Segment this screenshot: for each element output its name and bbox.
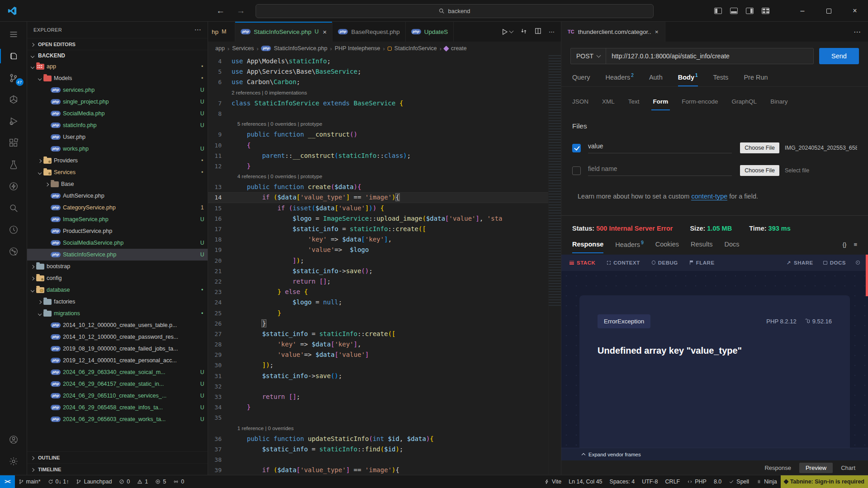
- status-language-mode[interactable]: PHP: [683, 475, 710, 488]
- content-type-link[interactable]: content-type: [691, 193, 727, 200]
- request-tab-headers[interactable]: Headers2: [606, 73, 634, 82]
- nav-forward-button[interactable]: →: [237, 6, 245, 16]
- view-switch-chart[interactable]: Chart: [835, 463, 862, 473]
- tree-file-user-php[interactable]: phpUser.php: [27, 131, 208, 143]
- tree-folder-providers[interactable]: Providers•: [27, 155, 208, 166]
- tree-file-2024-06-29-065458-create-infos-ta[interactable]: php2024_06_29_065458_create_infos_ta...U: [27, 402, 208, 413]
- breadcrumb-item-app[interactable]: app: [215, 45, 225, 52]
- body-type-tab-binary[interactable]: Binary: [770, 98, 787, 105]
- status-php-version[interactable]: 8.0: [710, 475, 725, 488]
- breadcrumb-item-staticinfoservice-php[interactable]: StaticInfoService.php: [274, 45, 327, 52]
- status-git-sync[interactable]: 0↓ 1↑: [44, 475, 73, 488]
- response-tab-docs[interactable]: Docs: [724, 241, 739, 249]
- tree-file-authservice-php[interactable]: phpAuthService.php: [27, 190, 208, 202]
- split-editor-icon[interactable]: [535, 28, 541, 36]
- status-launchpad[interactable]: Launchpad: [72, 475, 115, 488]
- request-tab-body[interactable]: Body1: [678, 73, 698, 82]
- tree-folder-models[interactable]: Models•: [27, 72, 208, 84]
- filter-lines-icon[interactable]: ≡: [854, 241, 857, 248]
- tree-file-2024-06-29-063340-create-soical-m[interactable]: php2024_06_29_063340_create_soical_m...U: [27, 366, 208, 378]
- sidebar-item-profile-runner[interactable]: [0, 219, 27, 241]
- response-tab-cookies[interactable]: Cookies: [655, 241, 679, 249]
- tree-file-single-project-php[interactable]: phpsingle_project.phpU: [27, 96, 208, 108]
- tree-file-2024-06-29-064157-create-static-in[interactable]: php2024_06_29_064157_create_static_in...…: [27, 378, 208, 390]
- minimize-button[interactable]: –: [789, 0, 816, 22]
- status-errors[interactable]: 0: [115, 475, 133, 488]
- status-warnings[interactable]: 1: [133, 475, 152, 488]
- toggle-panel-icon[interactable]: [730, 8, 738, 14]
- open-changes-icon[interactable]: [520, 28, 527, 36]
- tree-file-socialmediaservice-php[interactable]: phpSocialMediaService.phpU: [27, 237, 208, 249]
- send-button[interactable]: Send: [819, 48, 859, 64]
- field-name-input[interactable]: value: [588, 142, 732, 153]
- explorer-more-actions-icon[interactable]: ⋯: [194, 26, 201, 34]
- account-icon[interactable]: [0, 429, 27, 450]
- scrollbar-error-marker[interactable]: [866, 255, 868, 296]
- status-git-branch[interactable]: main*: [15, 475, 44, 488]
- format-braces-icon[interactable]: {}: [843, 241, 847, 248]
- body-type-tab-form[interactable]: Form: [653, 98, 669, 105]
- editor-tab-staticinfoservice-php[interactable]: phpStaticInfoService.phpU×: [235, 22, 332, 42]
- close-icon[interactable]: ×: [655, 28, 659, 35]
- request-tab-tests[interactable]: Tests: [713, 74, 729, 82]
- method-select[interactable]: POST: [571, 48, 606, 64]
- status-indentation[interactable]: Spaces: 4: [606, 475, 639, 488]
- tree-file-2024-06-29-065603-create-works-ta[interactable]: php2024_06_29_065603_create_works_ta...U: [27, 413, 208, 425]
- response-tab-results[interactable]: Results: [691, 241, 712, 249]
- status-cursor-position[interactable]: Ln 14, Col 45: [565, 475, 606, 488]
- tree-file-imageservice-php[interactable]: phpImageService.phpU: [27, 213, 208, 225]
- tree-file-2014-10-12-000000-create-users-table-p[interactable]: php2014_10_12_000000_create_users_table.…: [27, 319, 208, 331]
- tree-file-2014-10-12-100000-create-password-res[interactable]: php2014_10_12_100000_create_password_res…: [27, 331, 208, 343]
- menu-icon[interactable]: [0, 24, 27, 45]
- tree-file-categoryservice-php[interactable]: phpCategoryService.php1: [27, 202, 208, 213]
- tree-file-2024-06-29-065110-create-services[interactable]: php2024_06_29_065110_create_services_...…: [27, 390, 208, 402]
- close-icon[interactable]: ×: [323, 28, 327, 36]
- tree-file-services-php[interactable]: phpservices.phpU: [27, 84, 208, 96]
- body-type-tab-text[interactable]: Text: [628, 98, 640, 105]
- toggle-secondary-sidebar-icon[interactable]: [746, 8, 754, 14]
- tree-folder-config[interactable]: config: [27, 272, 208, 284]
- ignition-tab-context[interactable]: CONTEXT: [607, 260, 640, 265]
- sidebar-item-run-debug[interactable]: [0, 110, 27, 132]
- response-tab-response[interactable]: Response: [572, 241, 603, 249]
- field-name-input[interactable]: field name: [588, 165, 732, 176]
- ignition-tab-stack[interactable]: STACK: [569, 260, 595, 265]
- view-switch-preview[interactable]: Preview: [799, 463, 833, 473]
- editor-tab-hp[interactable]: hpM: [208, 22, 235, 42]
- sidebar-item-extensions[interactable]: [0, 132, 27, 154]
- body-type-tab-graphql[interactable]: GraphQL: [732, 98, 757, 105]
- nav-back-button[interactable]: ←: [216, 6, 225, 16]
- expand-vendor-frames[interactable]: Expand vendor frames: [561, 448, 868, 460]
- status-broadcast[interactable]: 0: [170, 475, 188, 488]
- sidebar-item-explorer[interactable]: [0, 45, 27, 67]
- tree-file-staticinfoservice-php[interactable]: phpStaticInfoService.phpU: [27, 249, 208, 261]
- body-type-tab-form-encode[interactable]: Form-encode: [682, 98, 718, 105]
- choose-file-button[interactable]: Choose File: [740, 165, 779, 176]
- body-type-tab-xml[interactable]: XML: [602, 98, 615, 105]
- tree-folder-app[interactable]: app•: [27, 61, 208, 72]
- tree-folder-migrations[interactable]: migrations•: [27, 308, 208, 319]
- code-editor[interactable]: 4use App\Models\staticInfo;5use App\Serv…: [208, 55, 548, 475]
- toggle-sidebar-icon[interactable]: [714, 8, 722, 14]
- choose-file-button[interactable]: Choose File: [740, 142, 779, 153]
- request-tab-auth[interactable]: Auth: [649, 74, 663, 82]
- tree-file-2019-08-19-000000-create-failed-jobs-ta[interactable]: php2019_08_19_000000_create_failed_jobs_…: [27, 343, 208, 355]
- minimap[interactable]: [548, 55, 561, 475]
- open-editors-section[interactable]: OPEN EDITORS: [27, 38, 208, 50]
- editor-tab-baserequest-php[interactable]: phpBaseRequest.php: [332, 22, 405, 42]
- thunder-client-tab[interactable]: TC thunderclient.com/categor.. ×: [561, 22, 665, 42]
- view-switch-response[interactable]: Response: [758, 463, 797, 473]
- editor-tab-updates[interactable]: phpUpdateS: [406, 22, 454, 42]
- response-tab-headers[interactable]: Headers9: [615, 240, 643, 249]
- body-type-tab-json[interactable]: JSON: [572, 98, 588, 105]
- sidebar-item-testing[interactable]: [0, 154, 27, 175]
- tree-folder-database[interactable]: database•: [27, 284, 208, 296]
- status-spell[interactable]: Spell: [725, 475, 753, 488]
- run-dropdown-icon[interactable]: [509, 28, 514, 33]
- request-tab-pre-run[interactable]: Pre Run: [744, 74, 768, 82]
- tree-folder-services[interactable]: Services•: [27, 166, 208, 178]
- status-eol[interactable]: CRLF: [662, 475, 684, 488]
- outline-section[interactable]: OUTLINE: [27, 451, 208, 463]
- sidebar-item-git-graph[interactable]: [0, 241, 27, 262]
- customize-layout-icon[interactable]: [762, 8, 769, 14]
